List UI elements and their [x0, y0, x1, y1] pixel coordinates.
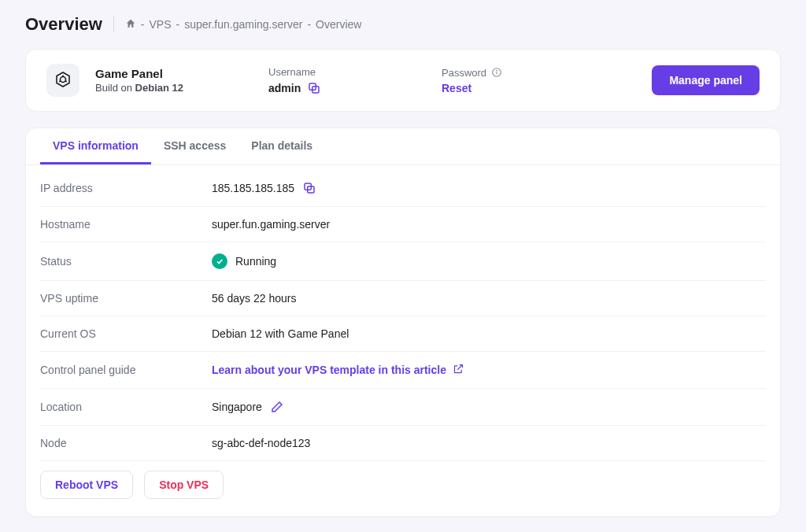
vps-info-card: VPS information SSH access Plan details … — [25, 127, 781, 517]
node-label: Node — [40, 437, 212, 449]
os-label: Current OS — [40, 327, 212, 340]
ip-value: 185.185.185.185 — [212, 182, 294, 194]
row-ip: IP address 185.185.185.185 — [40, 170, 766, 207]
uptime-label: VPS uptime — [40, 292, 212, 305]
external-link-icon — [453, 363, 464, 377]
password-column: Password Reset — [442, 67, 599, 94]
guide-link[interactable]: Learn about your VPS template in this ar… — [212, 363, 464, 377]
uptime-value: 56 days 22 hours — [212, 292, 296, 305]
game-panel-build: Build on Debian 12 — [95, 82, 253, 94]
row-os: Current OS Debian 12 with Game Panel — [40, 316, 766, 352]
header-divider — [113, 17, 114, 32]
status-label: Status — [40, 255, 212, 268]
breadcrumb-overview: Overview — [316, 18, 361, 31]
hostname-value: super.fun.gaming.server — [212, 218, 330, 231]
row-hostname: Hostname super.fun.gaming.server — [40, 207, 766, 242]
password-label: Password — [442, 67, 486, 79]
svg-point-0 — [61, 77, 66, 83]
game-panel-title: Game Panel — [95, 67, 253, 80]
row-uptime: VPS uptime 56 days 22 hours — [40, 281, 766, 316]
edit-location-icon[interactable] — [270, 400, 284, 414]
status-value: Running — [235, 255, 276, 268]
row-guide: Control panel guide Learn about your VPS… — [40, 352, 766, 389]
reset-password-link[interactable]: Reset — [442, 82, 471, 94]
node-value: sg-abc-def-node123 — [212, 437, 310, 449]
username-value: admin — [268, 82, 301, 94]
row-location: Location Singapore — [40, 389, 766, 426]
tab-ssh-access[interactable]: SSH access — [151, 128, 238, 164]
game-panel-meta: Game Panel Build on Debian 12 — [95, 67, 253, 94]
row-node: Node sg-abc-def-node123 — [40, 426, 766, 461]
breadcrumb-server[interactable]: super.fun.gaming.server — [184, 18, 302, 31]
copy-username-icon[interactable] — [307, 81, 321, 95]
ip-label: IP address — [40, 182, 212, 194]
copy-ip-icon[interactable] — [302, 181, 316, 195]
home-icon[interactable] — [125, 18, 136, 31]
game-panel-icon — [46, 64, 79, 97]
tabs: VPS information SSH access Plan details — [26, 128, 780, 165]
breadcrumb: - VPS - super.fun.gaming.server - Overvi… — [125, 18, 362, 31]
page-title: Overview — [25, 14, 102, 35]
manage-panel-button[interactable]: Manage panel — [652, 65, 760, 95]
os-value: Debian 12 with Game Panel — [212, 327, 349, 340]
breadcrumb-vps[interactable]: VPS — [150, 18, 172, 31]
location-value: Singapore — [212, 401, 262, 413]
reboot-vps-button[interactable]: Reboot VPS — [40, 471, 133, 499]
svg-point-5 — [497, 70, 497, 71]
tab-plan-details[interactable]: Plan details — [238, 128, 325, 164]
hostname-label: Hostname — [40, 218, 212, 231]
game-panel-card: Game Panel Build on Debian 12 Username a… — [25, 49, 781, 112]
guide-label: Control panel guide — [40, 364, 212, 376]
tab-vps-information[interactable]: VPS information — [40, 128, 151, 164]
info-icon[interactable] — [491, 67, 502, 78]
row-status: Status Running — [40, 242, 766, 281]
location-label: Location — [40, 401, 212, 413]
username-column: Username admin — [268, 66, 426, 95]
username-label: Username — [268, 66, 426, 78]
status-running-icon — [212, 253, 227, 269]
stop-vps-button[interactable]: Stop VPS — [144, 471, 224, 499]
